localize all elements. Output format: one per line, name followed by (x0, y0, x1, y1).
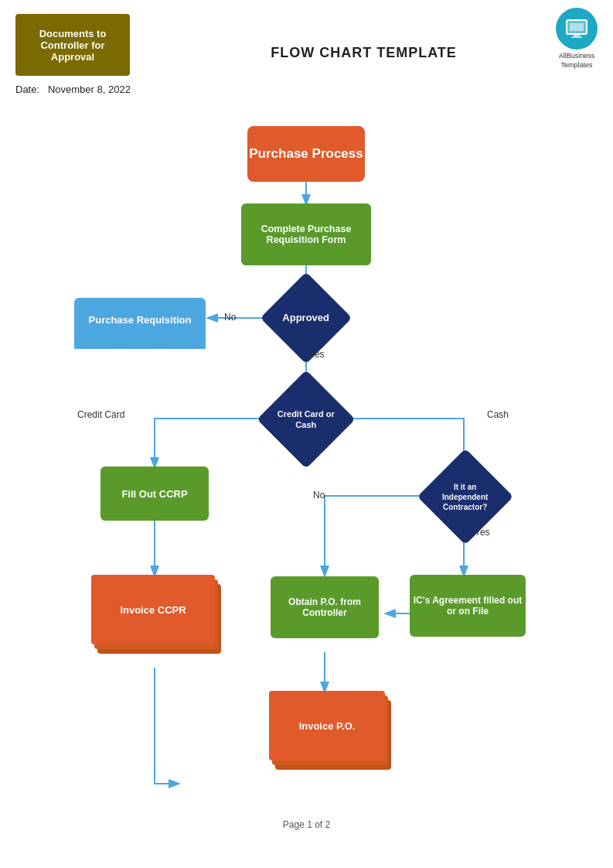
yes-independent-label: Yes (475, 527, 490, 538)
logo-text: AllBusiness Templates (559, 52, 595, 70)
header: Documents to Controller for Approval FLO… (0, 0, 613, 76)
logo-area: AllBusiness Templates (556, 8, 598, 70)
no-approved-label: No (224, 312, 236, 323)
svg-rect-4 (571, 36, 582, 38)
purchase-process-node: Purchase Process (247, 126, 365, 182)
logo-circle (556, 8, 598, 50)
docs-box: Documents to Controller for Approval (15, 14, 130, 76)
date-value: November 8, 2022 (48, 84, 131, 95)
svg-rect-2 (570, 23, 584, 31)
footer: Page 1 of 2 (0, 819, 613, 830)
title-area: FLOW CHART TEMPLATE (130, 14, 598, 61)
cash-label: Cash (487, 409, 509, 420)
date-label: Date: (15, 84, 39, 95)
flowchart: Purchase Process Complete Purchase Requi… (0, 103, 613, 838)
docs-box-label: Documents to Controller for Approval (28, 28, 117, 63)
is-independent-diamond: It it an Independent Contractor? (416, 465, 515, 528)
invoice-ccpr-node: Invoice CCPR (91, 575, 218, 660)
invoice-po-node: Invoice P.O. (269, 691, 388, 776)
purchase-requisition-node: Purchase Requisition (74, 298, 206, 341)
fill-out-ccrp-node: Fill Out CCRP (100, 466, 209, 521)
date-line: Date: November 8, 2022 (0, 76, 613, 95)
svg-rect-3 (574, 34, 580, 36)
ics-agreement-node: IC's Agreement filled out or on File (410, 575, 526, 637)
complete-form-node: Complete Purchase Requisition Form (241, 203, 371, 265)
yes-approved-label: Yes (309, 349, 325, 360)
approved-diamond: Approved (260, 289, 352, 347)
credit-card-cash-diamond: Credit Card or Cash (255, 388, 357, 451)
credit-card-label: Credit Card (77, 409, 124, 420)
flow-chart-title: FLOW CHART TEMPLATE (271, 45, 457, 61)
obtain-po-node: Obtain P.O. from Controller (271, 576, 379, 638)
no-independent-label: No (313, 490, 325, 501)
